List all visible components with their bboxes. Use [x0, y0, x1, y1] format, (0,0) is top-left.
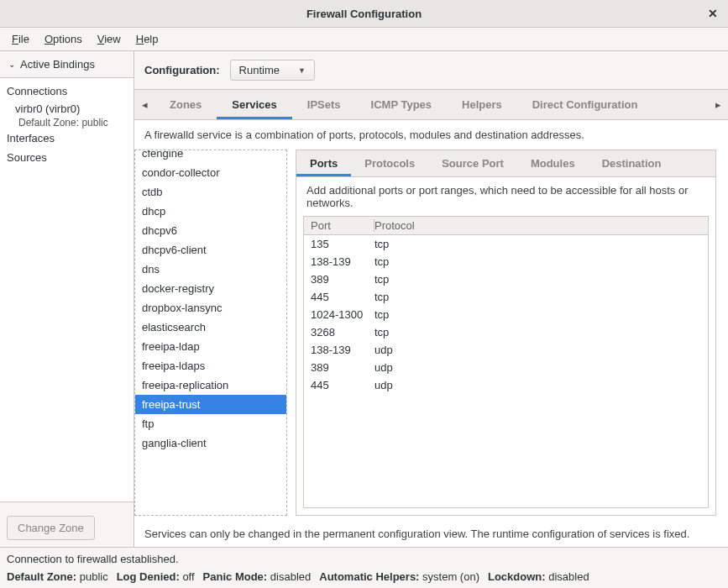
subtab-source-port[interactable]: Source Port [428, 150, 517, 176]
tab-ipsets[interactable]: IPSets [292, 90, 356, 119]
tabs-scroll-left[interactable]: ◂ [134, 90, 155, 119]
config-value: Runtime [239, 64, 280, 76]
subtab-protocols[interactable]: Protocols [351, 150, 428, 176]
port-row[interactable]: 138-139udp [304, 341, 708, 359]
service-item[interactable]: freeipa-ldap [135, 337, 286, 356]
change-zone-button[interactable]: Change Zone [7, 516, 95, 540]
left-panel: ⌄ Active Bindings Connections virbr0 (vi… [0, 51, 134, 547]
tab-direct-config[interactable]: Direct Configuration [517, 90, 653, 119]
main-tabs: ◂ Zones Services IPSets ICMP Types Helpe… [134, 90, 728, 120]
statusbar: Connection to firewalld established. Def… [0, 547, 728, 588]
tab-helpers[interactable]: Helpers [447, 90, 517, 119]
protocol-header: Protocol [374, 219, 701, 232]
service-item[interactable]: freeipa-replication [135, 375, 286, 395]
port-row[interactable]: 138-139tcp [304, 253, 708, 270]
service-item[interactable]: elasticsearch [135, 318, 286, 337]
bindings-toggle[interactable]: ⌄ Active Bindings [0, 51, 134, 77]
service-item[interactable]: ganglia-client [135, 433, 286, 453]
right-panel: Configuration: Runtime ▼ ◂ Zones Service… [134, 51, 728, 547]
menu-help[interactable]: Help [129, 30, 165, 48]
port-row[interactable]: 445tcp [304, 288, 708, 306]
service-list[interactable]: cfengine condor-collector ctdb dhcp dhcp… [134, 150, 287, 516]
service-item[interactable]: cfengine [135, 150, 286, 163]
titlebar: Firewall Configuration ✕ [0, 0, 728, 28]
menubar: File Options View Help [0, 28, 728, 51]
port-row[interactable]: 3268tcp [304, 323, 708, 341]
status-fields: Default Zone: public Log Denied: off Pan… [0, 570, 728, 588]
service-item-selected[interactable]: freeipa-trust [135, 395, 286, 414]
service-item[interactable]: dhcpv6 [135, 221, 286, 240]
dropdown-arrow-icon: ▼ [298, 66, 306, 75]
interfaces-section: Interfaces [0, 129, 134, 148]
tab-zones[interactable]: Zones [155, 90, 217, 119]
main-area: ⌄ Active Bindings Connections virbr0 (vi… [0, 51, 728, 547]
subtab-destination[interactable]: Destination [589, 150, 675, 176]
chevron-down-icon: ⌄ [8, 60, 15, 69]
config-row: Configuration: Runtime ▼ [134, 51, 728, 90]
port-row[interactable]: 445udp [304, 376, 708, 394]
service-item[interactable]: ftp [135, 414, 286, 433]
menu-options[interactable]: Options [38, 30, 89, 48]
service-item[interactable]: dropbox-lansync [135, 298, 286, 318]
subtab-ports[interactable]: Ports [296, 150, 351, 176]
config-dropdown[interactable]: Runtime ▼ [230, 60, 315, 81]
ports-hint: Add additional ports or port ranges, whi… [296, 177, 715, 216]
service-item[interactable]: condor-collector [135, 163, 286, 182]
service-content: cfengine condor-collector ctdb dhcp dhcp… [134, 150, 728, 521]
service-item[interactable]: dhcpv6-client [135, 240, 286, 260]
port-row[interactable]: 135tcp [304, 235, 708, 253]
subtab-modules[interactable]: Modules [517, 150, 589, 176]
service-item[interactable]: freeipa-ldaps [135, 356, 286, 375]
port-row[interactable]: 389tcp [304, 270, 708, 288]
menu-view[interactable]: View [91, 30, 128, 48]
footer-note: Services can only be changed in the perm… [134, 521, 728, 547]
bindings-list: Connections virbr0 (virbr0) Default Zone… [0, 77, 134, 502]
connections-section: Connections [0, 81, 134, 101]
port-header: Port [311, 219, 374, 232]
tab-icmp-types[interactable]: ICMP Types [356, 90, 447, 119]
connection-item[interactable]: virbr0 (virbr0) [0, 101, 134, 117]
service-item[interactable]: dns [135, 260, 286, 279]
port-row[interactable]: 1024-1300tcp [304, 306, 708, 323]
connection-zone-note: Default Zone: public [0, 117, 134, 129]
service-item[interactable]: ctdb [135, 182, 286, 202]
tabs-scroll-right[interactable]: ▸ [708, 90, 728, 119]
window-title: Firewall Configuration [306, 8, 422, 20]
tab-services[interactable]: Services [217, 90, 292, 119]
port-table-header: Port Protocol [304, 217, 708, 235]
status-connection: Connection to firewalld established. [0, 548, 728, 570]
port-row[interactable]: 389udp [304, 359, 708, 376]
bindings-header-label: Active Bindings [20, 58, 95, 71]
service-detail: Ports Protocols Source Port Modules Dest… [296, 150, 716, 516]
sources-section: Sources [0, 148, 134, 167]
service-description: A firewalld service is a combination of … [134, 120, 728, 150]
menu-file[interactable]: File [5, 30, 36, 48]
close-icon[interactable]: ✕ [708, 7, 718, 20]
service-item[interactable]: docker-registry [135, 279, 286, 298]
detail-tabs: Ports Protocols Source Port Modules Dest… [296, 150, 715, 177]
service-item[interactable]: dhcp [135, 202, 286, 221]
config-label: Configuration: [144, 64, 220, 76]
port-table: Port Protocol 135tcp 138-139tcp 389tcp 4… [303, 216, 709, 508]
